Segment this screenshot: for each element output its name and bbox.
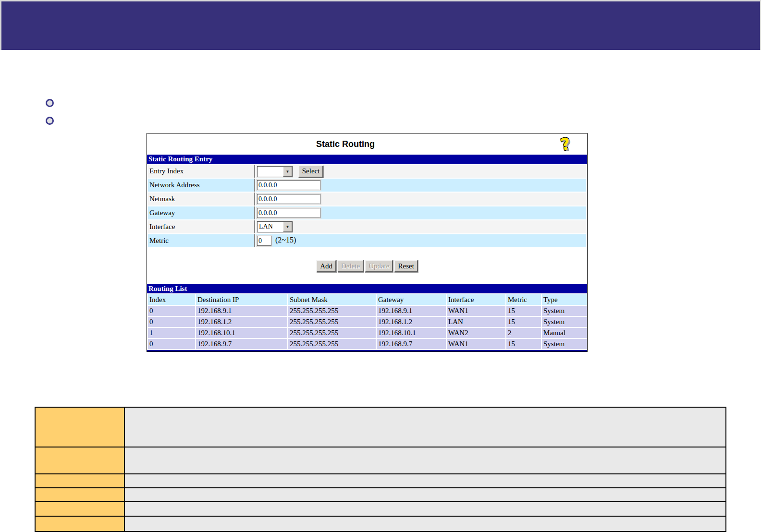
entry-index-dropdown[interactable]: ▼: [257, 166, 293, 177]
routing-list-cell: WAN1: [447, 339, 505, 349]
routing-list-cell: 192.168.9.1: [196, 306, 287, 316]
routing-list-cell: 15: [506, 339, 541, 349]
help-icon[interactable]: ?: [559, 135, 571, 153]
static-routing-entry-form: Entry Index ▼ Select Network Address Net…: [147, 164, 587, 248]
entry-section-header: Static Routing Entry: [147, 155, 587, 164]
doc-content-cell: [124, 516, 726, 532]
netmask-input[interactable]: [257, 194, 320, 204]
form-row-netmask: Netmask: [148, 193, 586, 206]
top-banner: [1, 1, 760, 50]
page: Static Routing ? Static Routing Entry En…: [0, 0, 761, 532]
routing-list-cell: 2: [506, 328, 541, 338]
doc-content-cell: [124, 447, 726, 474]
doc-label-cell: [35, 474, 124, 488]
routing-list-cell: 255.255.255.255: [288, 306, 376, 316]
help-icon-area: ?: [544, 136, 587, 152]
top-banner-frame: [0, 0, 761, 50]
entry-index-label: Entry Index: [148, 165, 255, 178]
add-button[interactable]: Add: [316, 260, 336, 272]
routing-column-header: Metric: [506, 294, 541, 305]
metric-range-hint: (2~15): [275, 236, 296, 244]
update-button: Update: [365, 260, 393, 272]
gateway-label: Gateway: [148, 206, 255, 219]
list-bullet-icon: [46, 117, 54, 125]
form-buttons-row: AddDeleteUpdateReset: [147, 260, 587, 272]
interface-dropdown-value: LAN: [258, 222, 283, 232]
page-title: Static Routing: [147, 139, 544, 149]
netmask-label: Netmask: [148, 193, 255, 206]
routing-list-cell: 15: [506, 317, 541, 327]
doc-label-cell: [35, 516, 124, 532]
routing-list-row: 0192.168.1.2255.255.255.255192.168.1.2LA…: [148, 317, 587, 327]
routing-list-cell: 192.168.9.7: [377, 339, 446, 349]
routing-list-cell: 192.168.9.7: [196, 339, 287, 349]
doc-label-cell: [35, 502, 124, 516]
delete-button: Delete: [337, 260, 364, 272]
interface-label: Interface: [148, 220, 255, 233]
doc-content-cell: [124, 488, 726, 502]
routing-list-cell: LAN: [447, 317, 505, 327]
form-row-entry-index: Entry Index ▼ Select: [148, 165, 586, 178]
form-row-interface: Interface LAN ▼: [148, 220, 586, 233]
doc-table: [35, 407, 726, 532]
routing-list-cell: 192.168.10.1: [377, 328, 446, 338]
routing-column-header: Gateway: [377, 294, 446, 305]
routing-list-cell: WAN2: [447, 328, 505, 338]
doc-content-cell: [124, 407, 726, 447]
routing-list-table: IndexDestination IPSubnet MaskGatewayInt…: [147, 293, 588, 350]
form-row-metric: Metric (2~15): [148, 234, 586, 247]
doc-label-cell: [35, 447, 124, 474]
select-button[interactable]: Select: [298, 165, 324, 178]
routing-list-row: 0192.168.9.7255.255.255.255192.168.9.7WA…: [148, 339, 587, 349]
routing-list-cell: 15: [506, 306, 541, 316]
form-row-network-address: Network Address: [148, 179, 586, 192]
panel-title-row: Static Routing ?: [147, 133, 587, 155]
doc-content-cell: [124, 474, 726, 488]
routing-list-cell: 0: [148, 339, 195, 349]
metric-input[interactable]: [257, 236, 271, 246]
gateway-input[interactable]: [257, 208, 320, 218]
routing-column-header: Destination IP: [196, 294, 287, 305]
routing-list-cell: 0: [148, 317, 195, 327]
routing-list-cell: 192.168.10.1: [196, 328, 287, 338]
routing-list-cell: 192.168.1.2: [196, 317, 287, 327]
interface-dropdown[interactable]: LAN ▼: [257, 221, 293, 232]
metric-label: Metric: [148, 234, 255, 247]
doc-table-row: [35, 447, 726, 474]
chevron-down-icon[interactable]: ▼: [283, 222, 292, 232]
doc-table-row: [35, 488, 726, 502]
reset-button[interactable]: Reset: [394, 260, 417, 272]
network-address-input[interactable]: [257, 180, 320, 190]
routing-list-body: 0192.168.9.1255.255.255.255192.168.9.1WA…: [148, 306, 587, 349]
routing-list-cell: 1: [148, 328, 195, 338]
routing-column-header: Subnet Mask: [288, 294, 376, 305]
list-bullet-icon: [46, 99, 54, 107]
doc-label-cell: [35, 488, 124, 502]
doc-content-cell: [124, 502, 726, 516]
entry-index-dropdown-value: [258, 167, 283, 177]
routing-column-header: Index: [148, 294, 195, 305]
routing-list-cell: 255.255.255.255: [288, 339, 376, 349]
routing-list-header-row: IndexDestination IPSubnet MaskGatewayInt…: [148, 294, 587, 305]
routing-list-header: Routing List: [147, 284, 587, 293]
routing-list-cell: System: [542, 317, 587, 327]
doc-table-row: [35, 474, 726, 488]
network-address-label: Network Address: [148, 179, 255, 192]
routing-list-cell: System: [542, 339, 587, 349]
routing-list-cell: 255.255.255.255: [288, 317, 376, 327]
static-routing-panel: Static Routing ? Static Routing Entry En…: [147, 133, 588, 352]
form-row-gateway: Gateway: [148, 206, 586, 219]
routing-list-cell: 0: [148, 306, 195, 316]
routing-list-cell: WAN1: [447, 306, 505, 316]
routing-list-cell: 192.168.1.2: [377, 317, 446, 327]
chevron-down-icon[interactable]: ▼: [283, 167, 292, 177]
routing-list-bottom-edge: [147, 350, 587, 351]
routing-list-cell: Manual: [542, 328, 587, 338]
routing-list-row: 0192.168.9.1255.255.255.255192.168.9.1WA…: [148, 306, 587, 316]
routing-list-row: 1192.168.10.1255.255.255.255192.168.10.1…: [148, 328, 587, 338]
doc-table-row: [35, 516, 726, 532]
routing-column-header: Interface: [447, 294, 505, 305]
doc-label-cell: [35, 407, 124, 447]
routing-list-cell: 255.255.255.255: [288, 328, 376, 338]
doc-table-row: [35, 407, 726, 447]
